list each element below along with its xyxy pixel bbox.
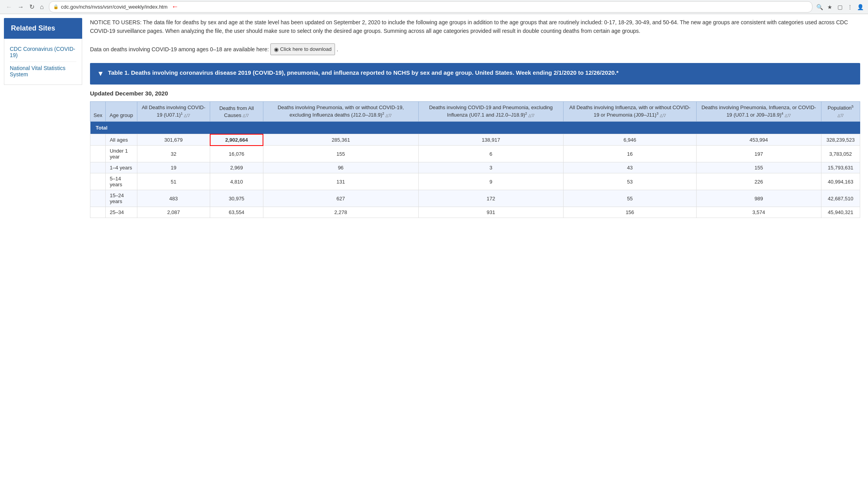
sort-arrows-covid[interactable]: △▽: [184, 113, 190, 118]
address-bar[interactable]: 🔒 cdc.gov/nchs/nvss/vsrr/covid_weekly/in…: [49, 1, 812, 13]
cell-age-group: 25–34: [106, 207, 137, 218]
cell-deaths-influenza: 53: [564, 173, 697, 190]
col-all-deaths-covid: All Deaths involving COVID-19 (U07.1)1 △…: [137, 102, 210, 122]
cell-deaths-influenza: 156: [564, 207, 697, 218]
cell-population: 3,783,052: [821, 146, 860, 162]
page-container: Related Sites CDC Coronavirus (COVID-19)…: [0, 14, 868, 504]
sidebar: Related Sites CDC Coronavirus (COVID-19)…: [0, 14, 86, 504]
cell-all-deaths-covid: 51: [137, 173, 210, 190]
cell-deaths-all-causes: 63,554: [210, 207, 263, 218]
cell-sex: [90, 134, 106, 146]
col-deaths-influenza: All Deaths involving Influenza, with or …: [564, 102, 697, 122]
cell-deaths-influenza: 6,946: [564, 134, 697, 146]
cell-deaths-all-causes: 2,902,664: [210, 134, 263, 146]
cell-deaths-pneumonia: 155: [263, 146, 418, 162]
related-sites-header: Related Sites: [4, 18, 82, 39]
home-button[interactable]: ⌂: [38, 2, 46, 11]
menu-icon[interactable]: ⋮: [846, 3, 854, 11]
cell-deaths-pic: 197: [696, 146, 821, 162]
cell-deaths-pic: 155: [696, 162, 821, 173]
download-button[interactable]: ◉ Click here to download: [270, 43, 335, 55]
cell-sex: [90, 190, 106, 207]
col-sex: Sex: [90, 102, 106, 122]
col-population: Population5 △▽: [821, 102, 860, 122]
cell-all-deaths-covid: 301,679: [137, 134, 210, 146]
download-line: Data on deaths involving COVID-19 among …: [90, 43, 860, 55]
collapse-arrow-icon[interactable]: ▼: [97, 68, 104, 79]
bookmark-star-icon[interactable]: ★: [826, 3, 834, 11]
nav-buttons[interactable]: ← → ↻ ⌂: [4, 2, 46, 11]
sort-arrows-pic[interactable]: △▽: [785, 113, 791, 118]
cell-deaths-covid-pneumonia: 931: [418, 207, 564, 218]
cell-sex: [90, 146, 106, 162]
col-deaths-pic: Deaths involving Pneumonia, Influenza, o…: [696, 102, 821, 122]
reload-button[interactable]: ↻: [27, 2, 36, 11]
cell-deaths-influenza: 43: [564, 162, 697, 173]
url-text: cdc.gov/nchs/nvss/vsrr/covid_weekly/inde…: [61, 4, 167, 10]
forward-button[interactable]: →: [16, 2, 26, 11]
cell-deaths-pic: 453,994: [696, 134, 821, 146]
zoom-icon[interactable]: 🔍: [816, 3, 823, 11]
cell-deaths-influenza: 16: [564, 146, 697, 162]
table-banner: ▼ Table 1. Deaths involving coronavirus …: [90, 63, 860, 85]
table-banner-title: Table 1. Deaths involving coronavirus di…: [108, 68, 619, 77]
cell-deaths-all-causes: 30,975: [210, 190, 263, 207]
download-button-label: Click here to download: [280, 45, 332, 54]
cell-sex: [90, 162, 106, 173]
sidebar-links-container: CDC Coronavirus (COVID-19) National Vita…: [4, 39, 82, 85]
updated-text: Updated December 30, 2020: [90, 90, 860, 97]
sort-arrows-all-causes[interactable]: △▽: [243, 113, 249, 118]
cell-age-group: Under 1 year: [106, 146, 137, 162]
table-body: Total All ages 301,679 2,902,664 285,361…: [90, 121, 860, 218]
sidebar-link-cdc-covid[interactable]: CDC Coronavirus (COVID-19): [10, 43, 76, 62]
sort-arrows-population[interactable]: △▽: [837, 113, 844, 118]
cell-deaths-pic: 989: [696, 190, 821, 207]
sort-arrows-influenza[interactable]: △▽: [660, 113, 666, 118]
cell-deaths-covid-pneumonia: 3: [418, 162, 564, 173]
download-btn-icon: ◉: [274, 45, 279, 54]
table-row: 1–4 years 19 2,969 96 3 43 155 15,793,63…: [90, 162, 860, 173]
cell-population: 42,687,510: [821, 190, 860, 207]
cell-deaths-pic: 226: [696, 173, 821, 190]
cell-population: 40,994,163: [821, 173, 860, 190]
main-content: NOTICE TO USERS: The data file for death…: [86, 14, 868, 504]
cell-age-group: All ages: [106, 134, 137, 146]
cell-population: 15,793,631: [821, 162, 860, 173]
table-row: 25–34 2,087 63,554 2,278 931 156 3,574 4…: [90, 207, 860, 218]
notice-text: NOTICE TO USERS: The data file for death…: [90, 18, 860, 36]
cell-age-group: 1–4 years: [106, 162, 137, 173]
cell-age-group: 15–24 years: [106, 190, 137, 207]
section-total: Total: [90, 121, 860, 134]
cell-deaths-covid-pneumonia: 9: [418, 173, 564, 190]
cell-sex: [90, 207, 106, 218]
sort-arrows-pneumonia[interactable]: △▽: [385, 113, 392, 118]
cell-deaths-covid-pneumonia: 6: [418, 146, 564, 162]
data-table: Sex Age group All Deaths involving COVID…: [90, 101, 860, 218]
back-button[interactable]: ←: [4, 2, 14, 11]
cell-all-deaths-covid: 32: [137, 146, 210, 162]
cell-deaths-pneumonia: 2,278: [263, 207, 418, 218]
sort-arrows-covid-pneumonia[interactable]: △▽: [528, 113, 535, 118]
extensions-icon[interactable]: ▢: [836, 3, 844, 11]
toolbar-right: 🔍 ★ ▢ ⋮ 👤: [816, 3, 864, 11]
cell-all-deaths-covid: 483: [137, 190, 210, 207]
account-icon[interactable]: 👤: [856, 3, 864, 11]
cell-deaths-pneumonia: 131: [263, 173, 418, 190]
cell-all-deaths-covid: 19: [137, 162, 210, 173]
col-age-group: Age group: [106, 102, 137, 122]
table-row: 15–24 years 483 30,975 627 172 55 989 42…: [90, 190, 860, 207]
download-line-text: Data on deaths involving COVID-19 among …: [90, 46, 269, 52]
table-row: All ages 301,679 2,902,664 285,361 138,9…: [90, 134, 860, 146]
cell-deaths-all-causes: 16,076: [210, 146, 263, 162]
table-row: 5–14 years 51 4,810 131 9 53 226 40,994,…: [90, 173, 860, 190]
cell-sex: [90, 173, 106, 190]
table-header-row: Sex Age group All Deaths involving COVID…: [90, 102, 860, 122]
col-deaths-pneumonia: Deaths involving Pneumonia, with or with…: [263, 102, 418, 122]
cell-deaths-covid-pneumonia: 138,917: [418, 134, 564, 146]
cell-all-deaths-covid: 2,087: [137, 207, 210, 218]
cell-deaths-pic: 3,574: [696, 207, 821, 218]
table-row: Under 1 year 32 16,076 155 6 16 197 3,78…: [90, 146, 860, 162]
sidebar-link-nvss[interactable]: National Vital Statistics System: [10, 62, 76, 81]
col-deaths-covid-pneumonia: Deaths involving COVID-19 and Pneumonia,…: [418, 102, 564, 122]
cell-population: 45,940,321: [821, 207, 860, 218]
